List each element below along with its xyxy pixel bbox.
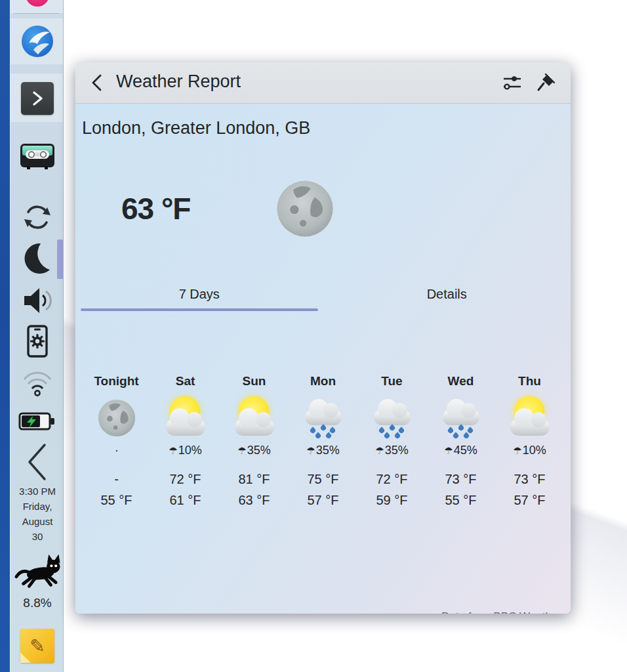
cat-icon[interactable] (10, 553, 64, 589)
rain-icon (357, 392, 426, 438)
forecast-column-thu: Thu ☂10% 73 °F 57 °F (495, 374, 564, 508)
forecast-column-sun: Sun ☂35% 81 °F 63 °F (220, 374, 289, 508)
precipitation: ☂35% (220, 444, 289, 457)
location-label: London, Greater London, GB (82, 118, 571, 138)
chevron-left-icon (24, 442, 51, 482)
precip-value: 10% (523, 444, 546, 457)
battery-charge-icon (18, 410, 56, 432)
precip-value: · (115, 444, 119, 457)
popup-header: Weather Report (75, 62, 571, 104)
data-source-link[interactable]: Data from BBC Weather (441, 610, 561, 614)
clear-night-moon-icon (274, 178, 336, 240)
clear-night-moon-icon (82, 392, 151, 438)
high-temp: 81 °F (220, 472, 289, 487)
current-conditions: 63 °F (75, 178, 571, 240)
tab-7-days[interactable]: 7 Days (75, 284, 323, 304)
pushpin-icon (536, 74, 555, 92)
forecast-column-tue: Tue ☂35% 72 °F 59 °F (357, 374, 426, 508)
refresh-icon[interactable] (10, 201, 64, 234)
sticky-note: ✎ (20, 629, 54, 663)
precip-value: 35% (316, 444, 340, 457)
kde-connect-phone-icon[interactable] (10, 324, 64, 358)
precipitation: ☂10% (151, 444, 220, 457)
partly-cloudy-icon (151, 392, 220, 438)
forecast-day-label: Sat (151, 374, 220, 388)
speaker-icon (21, 285, 54, 316)
low-temp: 57 °F (495, 493, 564, 508)
low-temp: 59 °F (357, 493, 426, 508)
forecast-day-label: Wed (426, 374, 495, 388)
sync-arrows-icon (22, 201, 53, 233)
battery-icon[interactable] (10, 408, 64, 434)
low-temp: 55 °F (82, 493, 151, 508)
tab-underline-row (75, 308, 571, 311)
low-temp: 57 °F (289, 493, 357, 508)
clock-date-line: Friday, (10, 499, 64, 514)
partly-cloudy-icon (495, 392, 564, 438)
back-button[interactable] (87, 74, 106, 92)
selected-tab-underline (81, 308, 318, 311)
high-temp: 73 °F (426, 472, 495, 487)
precip-value: 35% (385, 444, 409, 457)
wifi-arcs-icon (20, 366, 55, 396)
clock-time: 3:30 PM (10, 484, 64, 499)
falkon-browser-icon[interactable] (10, 24, 64, 59)
high-temp: 73 °F (495, 472, 564, 487)
umbrella-icon: ☂ (169, 445, 177, 456)
umbrella-icon: ☂ (444, 445, 453, 456)
wifi-icon[interactable] (10, 365, 64, 398)
wallpaper-left-strip (0, 0, 10, 672)
sticky-note-icon[interactable]: ✎ (10, 626, 64, 665)
chevron-left-icon (89, 73, 104, 93)
umbrella-icon: ☂ (237, 445, 246, 456)
precip-value: 45% (454, 444, 477, 457)
forecast-day-label: Sun (220, 374, 289, 388)
rain-icon (426, 392, 495, 438)
cpu-usage-label: 8.8% (10, 596, 64, 610)
umbrella-icon: ☂ (513, 445, 521, 456)
volume-speaker-icon[interactable] (10, 284, 64, 318)
clock-date-line: 30 (10, 529, 64, 544)
falkon-bird-icon (20, 24, 54, 58)
umbrella-icon: ☂ (306, 445, 315, 456)
forecast-column-wed: Wed ☂45% 73 °F 55 °F (426, 374, 495, 508)
weather-report-popup: Weather Report London, Greater London, G… (75, 62, 571, 614)
clock-date-line: August (10, 514, 64, 529)
tab-bar: 7 Days Details (75, 284, 571, 304)
panel-separator (14, 13, 59, 14)
terminal-icon[interactable] (10, 81, 64, 116)
vertical-taskbar-panel: 3:30 PM Friday, August 30 8.8% ✎ (10, 0, 64, 672)
precip-value: 35% (247, 444, 271, 457)
precip-value: 10% (178, 444, 202, 457)
forecast-day-label: Mon (289, 374, 357, 388)
forecast-column-mon: Mon ☂35% 75 °F 57 °F (289, 374, 357, 508)
precipitation: ☂35% (289, 444, 357, 457)
forecast-day-label: Tue (357, 374, 426, 388)
panel-clock[interactable]: 3:30 PM Friday, August 30 (10, 484, 64, 544)
high-temp: 72 °F (357, 472, 426, 487)
high-temp: - (82, 472, 151, 487)
cassette-player-icon[interactable] (10, 139, 64, 173)
high-temp: 72 °F (151, 472, 220, 487)
umbrella-icon: ☂ (375, 445, 384, 456)
prompt-chevron-icon (30, 91, 45, 106)
pin-button[interactable] (535, 72, 556, 93)
forecast-grid: Tonight · - 55 °F Sat (75, 374, 571, 508)
configure-button[interactable] (501, 73, 523, 93)
popup-title: Weather Report (116, 72, 241, 92)
tab-details[interactable]: Details (323, 284, 571, 304)
pencil-icon: ✎ (30, 635, 45, 657)
panel-scroll-indicator (57, 240, 63, 279)
current-temperature: 63 °F (121, 191, 190, 226)
partly-cloudy-icon (220, 392, 289, 438)
collapse-chevron-icon[interactable] (10, 441, 64, 483)
cassette-tape-icon (19, 141, 56, 171)
night-light-moon-icon[interactable] (10, 240, 64, 277)
low-temp: 63 °F (220, 493, 289, 508)
rain-icon (289, 392, 357, 438)
precipitation: · (82, 444, 151, 457)
forecast-day-label: Tonight (82, 374, 151, 388)
precipitation: ☂35% (357, 444, 426, 457)
precipitation: ☂45% (426, 444, 495, 457)
crescent-moon-icon (21, 242, 54, 276)
